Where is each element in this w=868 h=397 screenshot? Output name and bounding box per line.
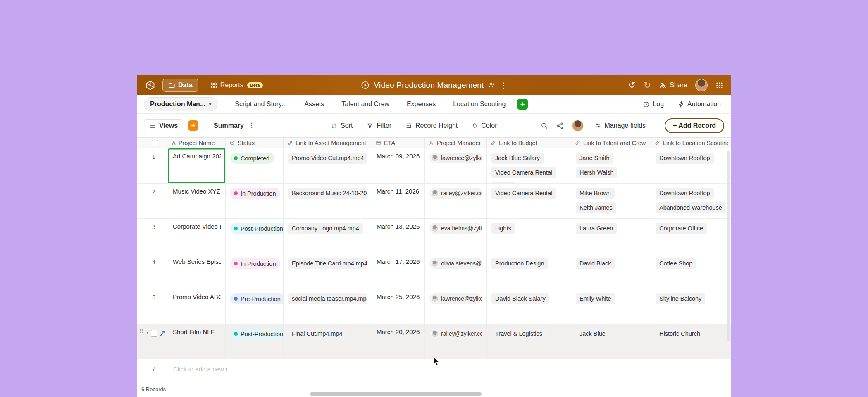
table-row[interactable]: 1Ad Campaign 2024CompletedPromo Video Cu… <box>137 148 731 184</box>
search-icon[interactable] <box>541 122 548 129</box>
undo-icon[interactable]: ↺ <box>628 81 635 90</box>
cell-manager[interactable]: railey@zylker.com <box>425 324 487 359</box>
cell-budget[interactable]: Video Camera Rental <box>487 184 571 219</box>
select-all-checkbox[interactable] <box>152 140 158 146</box>
manage-fields-button[interactable]: Manage fields <box>594 122 646 129</box>
app-logo-icon[interactable] <box>145 80 156 91</box>
column-header-asset[interactable]: Link to Asset Management <box>284 138 372 148</box>
cell-location[interactable]: Historic Church <box>651 324 731 359</box>
cell-talent[interactable]: Emily White <box>571 289 651 324</box>
cell-eta[interactable]: March 25, 2026 <box>372 289 425 324</box>
add-view-button[interactable]: + <box>188 120 198 131</box>
summary-view[interactable]: Summary ⋮ <box>214 121 255 130</box>
cell-eta[interactable]: March 20, 2026 <box>372 324 425 359</box>
cell-location[interactable]: Skyline Balcony <box>651 289 731 324</box>
title-menu-icon[interactable]: ⋮ <box>499 81 507 90</box>
new-record-placeholder[interactable]: Click to add a new r... <box>168 359 237 379</box>
record-height-button[interactable]: Record Height <box>405 122 458 129</box>
views-button[interactable]: Views <box>144 119 183 132</box>
cell-project[interactable]: Promo Video ABC <box>168 289 226 324</box>
row-checkbox[interactable] <box>151 330 157 337</box>
table-row[interactable]: ⠿▾⤢Short Film NLFPost-ProductionFinal Cu… <box>137 324 731 359</box>
table-row[interactable]: 4Web Series Episode 2In ProductionEpisod… <box>137 254 731 289</box>
chevron-down-icon[interactable]: ▾ <box>209 101 211 107</box>
cell-eta[interactable]: March 13, 2026 <box>372 219 425 254</box>
cell-status[interactable]: Pre-Production <box>226 289 284 324</box>
cell-talent[interactable]: Mike BrownKeith James <box>571 184 651 219</box>
cell-project[interactable]: Music Video XYZ <box>168 184 226 219</box>
cell-eta[interactable]: March 09, 2026 <box>372 148 425 184</box>
cell-talent[interactable]: David Black <box>571 254 651 289</box>
table-row[interactable]: 2Music Video XYZIn ProductionBackground … <box>137 184 731 219</box>
cell-asset[interactable]: Episode Title Card.mp4.mp4 <box>284 254 372 289</box>
column-header-talent[interactable]: Link to Talent and Crew <box>571 138 651 148</box>
cell-manager[interactable]: olivia.stevens@zylke <box>425 254 487 289</box>
cell-location[interactable]: Downtown Rooftop <box>651 148 731 184</box>
cell-location[interactable]: Coffee Shop <box>651 254 731 289</box>
cell-location[interactable]: Downtown RooftopAbandoned Warehouse <box>651 184 731 219</box>
cell-asset[interactable]: social media teaser.mp4.mp4 <box>284 289 372 324</box>
cell-talent[interactable]: Laura Green <box>571 219 651 254</box>
color-button[interactable]: Color <box>472 122 497 129</box>
redo-icon[interactable]: ↻ <box>644 81 651 90</box>
play-icon[interactable] <box>361 81 370 90</box>
cell-manager[interactable]: lawrence@zylker.cor <box>425 289 487 324</box>
cell-project[interactable]: Corporate Video DEF <box>168 219 226 254</box>
cell-manager[interactable]: eva.helms@zylker.cc <box>425 219 487 254</box>
cell-budget[interactable]: Travel & Logistics <box>487 324 571 359</box>
filter-button[interactable]: Filter <box>367 122 391 129</box>
cell-talent[interactable]: Jack Blue <box>571 324 651 359</box>
add-sheet-button[interactable]: + <box>517 99 528 110</box>
cell-asset[interactable]: Promo Video Cut.mp4.mp4 <box>284 148 372 184</box>
row-menu-caret-icon[interactable]: ▾ <box>146 330 149 335</box>
cell-project[interactable]: Ad Campaign 2024 <box>168 148 226 184</box>
column-header-budget[interactable]: Link to Budget <box>487 138 571 148</box>
cell-asset[interactable]: Final Cut.mp4.mp4 <box>284 324 372 359</box>
sheet-tab[interactable]: Production Man...▾ <box>144 97 217 111</box>
cell-project[interactable]: Short Film NLF <box>168 324 226 359</box>
cell-status[interactable]: In Production <box>226 254 284 289</box>
column-header-project[interactable]: AProject Name <box>168 138 226 148</box>
data-tab-button[interactable]: Data <box>162 79 198 92</box>
cell-asset[interactable]: Background Music 24-10-2024 16_0 <box>284 184 372 219</box>
cell-status[interactable]: In Production <box>226 184 284 219</box>
log-button[interactable]: Log <box>643 100 664 108</box>
cell-status[interactable]: Completed <box>226 148 284 184</box>
column-header-eta[interactable]: ETA <box>372 138 425 148</box>
column-header-manager[interactable]: Project Manager <box>425 138 487 148</box>
vertical-scrollbar[interactable] <box>727 151 730 341</box>
sheet-tab[interactable]: Expenses <box>407 100 436 108</box>
app-grid-icon[interactable] <box>715 81 723 89</box>
cell-budget[interactable]: Production Design <box>487 254 571 289</box>
sheet-tab[interactable]: Script and Story... <box>235 100 287 108</box>
user-avatar[interactable] <box>695 79 708 91</box>
expand-record-icon[interactable]: ⤢ <box>160 330 165 337</box>
cell-status[interactable]: Post-Production <box>226 324 284 359</box>
table-row[interactable]: 3Corporate Video DEFPost-ProductionCompa… <box>137 219 731 254</box>
cell-manager[interactable]: lawrence@zylker.cor <box>425 148 487 184</box>
share-view-icon[interactable] <box>556 122 564 129</box>
reports-tab-button[interactable]: Reports Beta <box>205 79 268 91</box>
cell-project[interactable]: Web Series Episode 2 <box>168 254 226 289</box>
cell-budget[interactable]: Lights <box>487 219 571 254</box>
cell-asset[interactable]: Company Logo.mp4.mp4 <box>284 219 372 254</box>
view-user-avatar[interactable] <box>572 120 584 132</box>
column-header-location[interactable]: Link to Location Scouting <box>651 138 731 148</box>
cell-location[interactable]: Corporate Office <box>651 219 731 254</box>
summary-menu-icon[interactable]: ⋮ <box>248 121 255 130</box>
sheet-tab[interactable]: Talent and Crew <box>341 100 389 108</box>
add-record-button[interactable]: + Add Record <box>665 118 724 133</box>
collaborators-icon[interactable] <box>488 81 495 89</box>
table-row[interactable]: 5Promo Video ABCPre-Productionsocial med… <box>137 289 731 324</box>
sheet-tab[interactable]: Location Scouting <box>453 100 506 108</box>
cell-eta[interactable]: March 17, 2026 <box>372 254 425 289</box>
sort-button[interactable]: Sort <box>331 122 353 129</box>
drag-handle-icon[interactable]: ⠿ <box>139 330 144 333</box>
horizontal-scrollbar[interactable] <box>310 392 482 396</box>
sheet-tab[interactable]: Assets <box>304 100 324 108</box>
cell-eta[interactable]: March 11, 2026 <box>372 184 425 219</box>
cell-budget[interactable]: Jack Blue SalaryVideo Camera RentalLight… <box>487 148 571 184</box>
cell-status[interactable]: Post-Production <box>226 219 284 254</box>
automation-button[interactable]: Automation <box>678 100 721 108</box>
cell-budget[interactable]: David Black Salary <box>487 289 571 324</box>
